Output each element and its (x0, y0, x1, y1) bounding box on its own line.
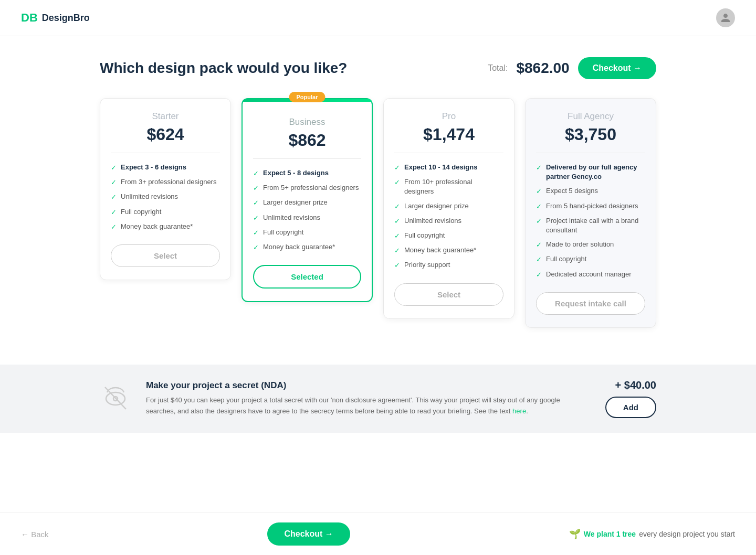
feature-item: ✓From 5 hand-picked designers (536, 201, 645, 211)
feature-item: ✓Expect 10 - 14 designs (394, 163, 503, 173)
starter-select-button[interactable]: Select (111, 244, 220, 267)
nda-title: Make your project a secret (NDA) (146, 380, 591, 391)
check-icon: ✓ (111, 222, 117, 232)
full-agency-intake-button[interactable]: Request intake call (536, 292, 645, 315)
check-icon: ✓ (536, 240, 542, 250)
check-icon: ✓ (394, 246, 400, 255)
check-icon: ✓ (253, 243, 259, 252)
footer-bar: ← Back Checkout → 🌱 We plant 1 tree ever… (0, 513, 756, 555)
feature-item: ✓Made to order solution (536, 240, 645, 250)
starter-card: Starter $624 ✓Expect 3 - 6 designs ✓From… (100, 98, 231, 280)
check-icon: ✓ (111, 178, 117, 187)
check-icon: ✓ (394, 202, 400, 211)
feature-item: ✓Larger designer prize (253, 198, 361, 208)
business-name: Business (253, 117, 361, 127)
feature-item: ✓Full copyright (536, 254, 645, 264)
full-agency-card: Full Agency $3,750 ✓Delivered by our ful… (525, 98, 656, 328)
full-agency-price: $3,750 (536, 125, 645, 144)
starter-price: $624 (111, 125, 220, 144)
feature-item: ✓Money back guarantee* (253, 242, 361, 252)
check-icon: ✓ (111, 208, 117, 217)
feature-item: ✓Unlimited revisions (111, 192, 220, 202)
pro-features: ✓Expect 10 - 14 designs ✓From 10+ profes… (394, 163, 503, 271)
user-avatar[interactable] (716, 8, 735, 27)
check-icon: ✓ (111, 163, 117, 173)
total-label: Total: (488, 63, 508, 73)
check-icon: ✓ (394, 231, 400, 241)
check-icon: ✓ (253, 184, 259, 193)
feature-item: ✓Unlimited revisions (394, 216, 503, 226)
full-agency-name: Full Agency (536, 111, 645, 122)
feature-item: ✓Project intake call with a brand consul… (536, 216, 645, 235)
check-icon: ✓ (111, 193, 117, 202)
feature-item: ✓Delivered by our full agency partner Ge… (536, 163, 645, 182)
nda-add-button[interactable]: Add (605, 397, 656, 418)
feature-item: ✓From 5+ professional designers (253, 183, 361, 193)
tree-message: 🌱 We plant 1 tree every design project y… (569, 528, 735, 540)
check-icon: ✓ (536, 255, 542, 264)
feature-item: ✓Full copyright (394, 231, 503, 241)
feature-item: ✓Larger designer prize (394, 201, 503, 211)
logo-text: DesignBro (42, 13, 90, 24)
nda-link[interactable]: here (512, 407, 526, 415)
feature-item: ✓Full copyright (111, 207, 220, 217)
check-icon: ✓ (536, 217, 542, 226)
starter-name: Starter (111, 111, 220, 122)
header: DB DesignBro (0, 0, 756, 36)
logo: DB DesignBro (21, 11, 90, 25)
feature-item: ✓Expect 3 - 6 designs (111, 163, 220, 173)
feature-item: ✓Expect 5 - 8 designs (253, 168, 361, 178)
feature-item: ✓Expect 5 designs (536, 186, 645, 196)
check-icon: ✓ (253, 169, 259, 178)
business-price: $862 (253, 131, 361, 150)
pricing-cards: Starter $624 ✓Expect 3 - 6 designs ✓From… (100, 98, 656, 328)
feature-item: ✓Money back guarantee* (111, 222, 220, 232)
back-button[interactable]: ← Back (21, 530, 49, 539)
check-icon: ✓ (394, 261, 400, 270)
pro-select-button[interactable]: Select (394, 283, 503, 306)
pro-card: Pro $1,474 ✓Expect 10 - 14 designs ✓From… (383, 98, 514, 319)
feature-item: ✓Full copyright (253, 228, 361, 238)
page-title: Which design pack would you like? (100, 60, 347, 77)
check-icon: ✓ (536, 163, 542, 173)
check-icon: ✓ (394, 217, 400, 226)
check-icon: ✓ (394, 163, 400, 173)
feature-item: ✓From 10+ professional designers (394, 177, 503, 196)
main-content: Which design pack would you like? Total:… (89, 36, 667, 349)
checkout-button-footer[interactable]: Checkout → (267, 522, 350, 546)
total-amount: $862.00 (516, 60, 569, 77)
check-icon: ✓ (536, 187, 542, 196)
pro-price: $1,474 (394, 125, 503, 144)
checkout-button-top[interactable]: Checkout → (578, 57, 656, 79)
business-features: ✓Expect 5 - 8 designs ✓From 5+ professio… (253, 168, 361, 252)
nda-inner: Make your project a secret (NDA) For jus… (89, 379, 667, 418)
tree-icon: 🌱 (569, 528, 581, 540)
page-header: Which design pack would you like? Total:… (100, 57, 656, 79)
popular-badge: Popular (289, 92, 326, 102)
check-icon: ✓ (253, 228, 259, 238)
feature-item: ✓From 3+ professional designers (111, 177, 220, 187)
total-area: Total: $862.00 Checkout → (488, 57, 656, 79)
pro-name: Pro (394, 111, 503, 122)
check-icon: ✓ (536, 270, 542, 280)
nda-price: + $40.00 (615, 379, 656, 391)
starter-features: ✓Expect 3 - 6 designs ✓From 3+ professio… (111, 163, 220, 232)
business-card: Popular Business $862 ✓Expect 5 - 8 desi… (242, 98, 373, 302)
nda-section: Make your project a secret (NDA) For jus… (0, 365, 756, 433)
nda-icon (100, 382, 131, 415)
feature-item: ✓Money back guarantee* (394, 246, 503, 255)
check-icon: ✓ (394, 178, 400, 187)
check-icon: ✓ (253, 214, 259, 223)
feature-item: ✓Priority support (394, 260, 503, 270)
check-icon: ✓ (253, 198, 259, 208)
logo-icon: DB (21, 11, 38, 25)
nda-right: + $40.00 Add (605, 379, 656, 418)
feature-item: ✓Unlimited revisions (253, 213, 361, 223)
nda-content: Make your project a secret (NDA) For jus… (146, 380, 591, 417)
check-icon: ✓ (536, 202, 542, 211)
nda-description: For just $40 you can keep your project a… (146, 395, 591, 417)
business-selected-button[interactable]: Selected (253, 265, 361, 289)
full-agency-features: ✓Delivered by our full agency partner Ge… (536, 163, 645, 280)
feature-item: ✓Dedicated account manager (536, 270, 645, 280)
